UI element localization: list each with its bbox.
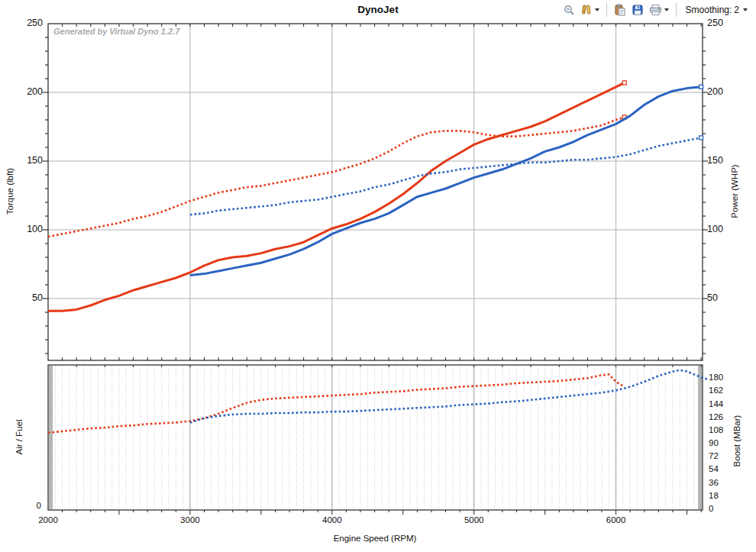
power-tick-label: 250	[707, 18, 723, 28]
main-panel-border	[48, 24, 703, 360]
series-boost-red-run	[48, 374, 623, 432]
end-marker-torque-red-run	[622, 81, 626, 85]
end-marker-torque-blue-run	[699, 85, 703, 89]
torque-tick-label: 150	[17, 155, 43, 166]
power-tick-label: 200	[707, 86, 723, 97]
power-tick-label: 150	[707, 155, 723, 166]
tick-layer	[43, 24, 708, 515]
rpm-tick-label: 4000	[315, 515, 349, 525]
boost-tick-label: 180	[709, 373, 723, 382]
torque-tick-label: 50	[17, 292, 43, 303]
power-axis-title: Power (WHP)	[730, 115, 741, 268]
rpm-tick-label: 2000	[31, 515, 65, 525]
series-torque-red-run	[48, 82, 625, 311]
boost-tick-label: 18	[709, 491, 719, 500]
app-window: DynoJet	[0, 0, 756, 552]
power-tick-label: 100	[707, 224, 723, 234]
boost-tick-label: 36	[709, 478, 719, 487]
grid-layer	[48, 24, 703, 510]
end-marker-power-blue-run	[699, 136, 703, 140]
watermark: Generated by Virtual Dyno 1.2.7	[53, 27, 179, 36]
torque-tick-label: 200	[17, 86, 43, 97]
series-power-red-run	[48, 117, 625, 237]
boost-tick-label: 54	[709, 464, 719, 473]
rpm-tick-label: 5000	[457, 515, 491, 525]
airfuel-axis-title: Air / Fuel	[15, 361, 26, 514]
engine-speed-axis-title: Engine Speed (RPM)	[314, 534, 436, 545]
boost-axis-title: Boost (MBar)	[732, 365, 744, 518]
boost-tick-label: 90	[709, 438, 719, 447]
boost-tick-label: 108	[709, 425, 723, 434]
series-boost-blue-run	[190, 370, 709, 423]
torque-tick-label: 250	[17, 18, 43, 28]
torque-axis-title: Torque (lbft)	[5, 115, 17, 268]
bottom-panel-border	[48, 365, 703, 510]
torque-tick-label: 100	[17, 224, 43, 234]
rpm-tick-label: 3000	[173, 515, 207, 525]
series-power-blue-run	[190, 137, 701, 215]
power-tick-label: 50	[707, 292, 718, 303]
boost-tick-label: 0	[709, 504, 713, 513]
boost-tick-label: 144	[709, 399, 723, 408]
rpm-tick-label: 6000	[599, 515, 633, 525]
dyno-chart-canvas[interactable]	[0, 0, 756, 552]
boost-tick-label: 162	[709, 386, 723, 395]
boost-tick-label: 126	[709, 412, 723, 421]
airfuel-tick-label: 0	[34, 501, 41, 510]
boost-tick-label: 72	[709, 451, 719, 460]
